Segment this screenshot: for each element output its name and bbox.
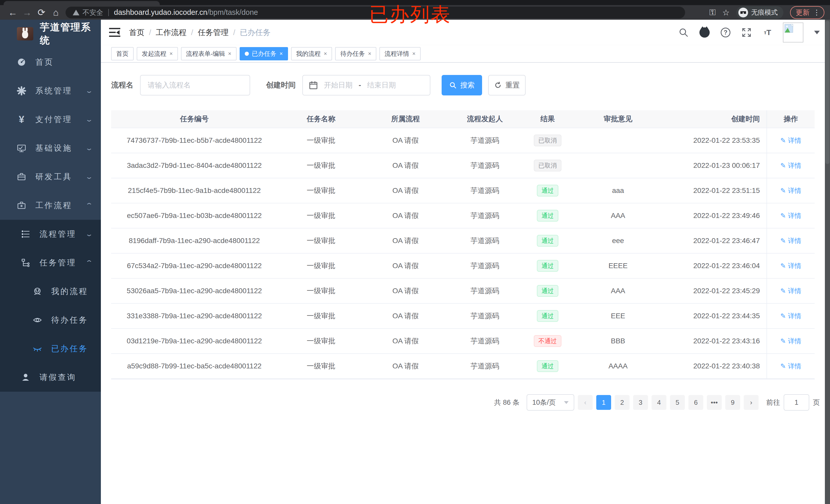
close-icon[interactable]: ×: [169, 51, 173, 57]
tab-form-edit[interactable]: 流程表单-编辑×: [181, 47, 236, 60]
sidebar-collapse-icon[interactable]: [109, 28, 120, 37]
reset-button[interactable]: 重置: [488, 75, 525, 95]
edit-icon: ✎: [780, 287, 786, 295]
detail-link[interactable]: ✎详情: [780, 337, 801, 346]
detail-link[interactable]: ✎详情: [780, 312, 801, 321]
forward-icon[interactable]: →: [20, 5, 34, 20]
tab-process-detail[interactable]: 流程详情×: [379, 47, 421, 60]
detail-link[interactable]: ✎详情: [780, 161, 801, 170]
github-icon[interactable]: [699, 27, 710, 38]
close-icon[interactable]: ×: [280, 51, 283, 57]
workflow-submenu: 流程管理 ⌄ 任务管理 ⌃ 我的流程: [0, 220, 101, 392]
table-row: 8196daff-7b9a-11ec-a290-acde48001122 一级审…: [111, 229, 815, 254]
back-icon[interactable]: ←: [6, 5, 20, 20]
home-icon[interactable]: ⌂: [49, 5, 63, 20]
sidebar-item-process-management[interactable]: 流程管理 ⌄: [0, 220, 101, 248]
sidebar-item-my-process[interactable]: 我的流程: [0, 277, 101, 306]
edit-icon: ✎: [780, 337, 786, 345]
password-key-icon[interactable]: ⚿: [709, 8, 715, 17]
date-range-picker[interactable]: 开始日期 - 结束日期: [302, 75, 430, 95]
tab-todo-tasks[interactable]: 待办任务×: [335, 47, 376, 60]
not-secure-icon: [73, 10, 79, 15]
page-button-2[interactable]: 2: [615, 395, 630, 410]
help-icon[interactable]: ?: [720, 27, 731, 38]
sidebar-item-infrastructure[interactable]: 基础设施 ⌄: [0, 134, 101, 163]
col-header-create-time: 创建时间: [664, 110, 767, 128]
breadcrumb: 首页 / 工作流程 / 任务管理 / 已办任务: [129, 27, 270, 38]
breadcrumb-separator: /: [233, 28, 235, 37]
menu-kebab-icon[interactable]: ⋮: [813, 8, 820, 16]
tab-home[interactable]: 首页: [111, 47, 134, 60]
status-badge: 通过: [537, 285, 558, 297]
page-button-6[interactable]: 6: [689, 395, 703, 410]
page-button-5[interactable]: 5: [670, 395, 685, 410]
end-date-placeholder: 结束日期: [367, 80, 396, 90]
detail-link[interactable]: ✎详情: [780, 362, 801, 371]
prev-page-button[interactable]: ‹: [578, 395, 593, 410]
breadcrumb-current: 已办任务: [240, 27, 270, 38]
page-button-3[interactable]: 3: [633, 395, 648, 410]
update-button[interactable]: 更新 ⋮: [790, 6, 824, 19]
breadcrumb-home[interactable]: 首页: [129, 27, 145, 38]
detail-link[interactable]: ✎详情: [780, 262, 801, 270]
browser-tab[interactable]: [4, 1, 160, 5]
close-icon[interactable]: ×: [412, 51, 416, 57]
table-row: ec507ae6-7b9a-11ec-b03b-acde48001122 一级审…: [111, 203, 815, 229]
breadcrumb-workflow[interactable]: 工作流程: [156, 27, 186, 38]
tab-my-process[interactable]: 我的流程×: [291, 47, 332, 60]
url-host: dashboard.yudao.iocoder.cn: [114, 8, 207, 16]
goto-page-input[interactable]: 1: [784, 394, 809, 411]
col-header-comment: 审批意见: [572, 110, 664, 128]
search-icon[interactable]: [678, 27, 689, 38]
detail-link[interactable]: ✎详情: [780, 211, 801, 220]
detail-link[interactable]: ✎详情: [780, 236, 801, 245]
app-logo-row[interactable]: 芋道管理系统: [0, 20, 101, 48]
font-size-icon[interactable]: тT: [762, 27, 773, 38]
detail-link[interactable]: ✎详情: [780, 287, 801, 296]
chevron-down-icon: ⌄: [85, 231, 93, 238]
sidebar-item-label: 基础设施: [35, 143, 87, 154]
sidebar-item-todo-tasks[interactable]: 待办任务: [0, 306, 101, 334]
sidebar-item-devtools[interactable]: 研发工具 ⌄: [0, 163, 101, 191]
avatar[interactable]: [783, 23, 803, 42]
goto-page: 前往 1 页: [766, 394, 820, 411]
list-tree-icon: [21, 229, 31, 239]
tab-done-tasks[interactable]: 已办任务×: [240, 47, 288, 60]
search-button[interactable]: 搜索: [442, 75, 482, 95]
tab-start-process[interactable]: 发起流程×: [137, 47, 178, 60]
page-ellipsis[interactable]: •••: [707, 395, 722, 410]
incognito-icon: [738, 8, 748, 18]
sidebar-item-leave-query[interactable]: 请假查询: [0, 363, 101, 392]
process-name-input[interactable]: 请输入流程名: [140, 75, 250, 95]
chevron-up-icon: ⌃: [85, 259, 93, 266]
chevron-down-icon: ⌄: [85, 144, 93, 152]
sidebar-item-label: 我的流程: [51, 286, 92, 297]
fullscreen-icon[interactable]: [741, 27, 752, 38]
bookmark-star-icon[interactable]: ☆: [722, 8, 730, 18]
sidebar-item-workflow[interactable]: 工作流程 ⌃: [0, 191, 101, 220]
page-button-1[interactable]: 1: [596, 395, 611, 410]
url-path: /bpm/task/done: [207, 8, 258, 16]
breadcrumb-task-management[interactable]: 任务管理: [198, 27, 229, 38]
close-icon[interactable]: ×: [228, 51, 231, 57]
sidebar-item-payment[interactable]: ¥ 支付管理 ⌄: [0, 105, 101, 134]
detail-link[interactable]: ✎详情: [780, 186, 801, 195]
avatar-caret-icon[interactable]: [814, 31, 820, 34]
close-icon[interactable]: ×: [324, 51, 327, 57]
sidebar-item-home[interactable]: 首页: [0, 48, 101, 76]
window-scrollbar[interactable]: [825, 20, 830, 504]
page-button-9[interactable]: 9: [725, 395, 740, 410]
next-page-button[interactable]: ›: [744, 395, 759, 410]
scrollbar-thumb[interactable]: [825, 21, 829, 164]
sidebar-item-system[interactable]: 系统管理 ⌄: [0, 76, 101, 105]
sidebar-item-task-management[interactable]: 任务管理 ⌃: [0, 248, 101, 277]
detail-link[interactable]: ✎详情: [780, 136, 801, 145]
reload-icon[interactable]: ⟳: [34, 5, 49, 20]
page-button-4[interactable]: 4: [651, 395, 666, 410]
close-icon[interactable]: ×: [368, 51, 371, 57]
page-size-select[interactable]: 10条/页: [526, 394, 574, 411]
edit-icon: ✎: [780, 162, 786, 170]
edit-icon: ✎: [780, 212, 786, 220]
table-row: 74736737-7b9b-11ec-b5b7-acde48001122 一级审…: [111, 128, 815, 153]
sidebar-item-done-tasks[interactable]: 已办任务: [0, 334, 101, 363]
